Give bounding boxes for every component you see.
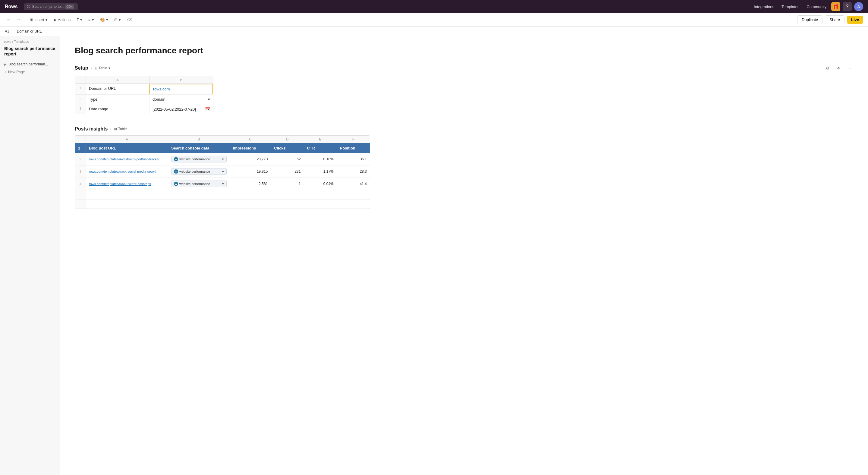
setup-type-label: Table <box>98 66 107 70</box>
sc-chevron: ▾ <box>222 170 224 173</box>
avatar[interactable]: A <box>854 2 863 11</box>
posts-section-dot: • <box>110 127 112 131</box>
post-url[interactable]: rows.com/templates/investment-portfolio-… <box>86 153 168 165</box>
palette-button[interactable]: 🎨 ▾ <box>98 16 111 23</box>
impressions: 2,581 <box>230 178 271 190</box>
setup-value-domain[interactable]: rows.com <box>150 84 213 94</box>
empty-cell <box>304 199 337 209</box>
posts-header-impressions: Impressions <box>230 143 271 153</box>
grid-button[interactable]: ⊞ ▾ <box>112 16 123 23</box>
setup-table: A B 1 Domain or URL rows.com 2 Type doma… <box>75 76 213 114</box>
row-num: 5 <box>75 190 86 199</box>
table-row: 3 Date range [2022-05-02;2022-07-20] 📅 <box>75 104 213 114</box>
filter-icon[interactable]: ⚙ <box>824 64 832 72</box>
new-page-button[interactable]: + New Page <box>0 68 60 76</box>
impressions: 28,773 <box>230 153 271 165</box>
gift-icon-button[interactable]: 🎁 <box>831 2 840 11</box>
palette-icon: 🎨 <box>100 18 105 22</box>
row-num: 2 <box>75 95 86 104</box>
wp-badge[interactable]: W website performance ▾ <box>171 168 227 175</box>
toolbar-right: Duplicate Share Live <box>797 15 863 24</box>
live-button[interactable]: Live <box>847 16 863 24</box>
impressions: 19,815 <box>230 165 271 178</box>
setup-value-daterange[interactable]: [2022-05-02;2022-07-20] 📅 <box>150 104 213 114</box>
share-button[interactable]: Share <box>825 15 844 24</box>
posts-col-d[interactable]: D <box>271 136 304 143</box>
sidebar-item-blog-search[interactable]: ▶ Blog search performan... <box>0 60 60 68</box>
posts-table: A B C D E F 1 Blog post URL Search conso… <box>75 135 370 209</box>
sc-data[interactable]: W website performance ▾ <box>168 165 230 178</box>
text-chevron: ▾ <box>80 18 82 22</box>
table-row: 2 rows.com/templates/investment-portfoli… <box>75 153 370 165</box>
text-icon: T <box>76 18 79 22</box>
grid-icon: ⊞ <box>114 18 118 22</box>
nav-templates[interactable]: Templates <box>781 4 799 9</box>
row-num: 1 <box>75 84 86 94</box>
posts-col-f[interactable]: F <box>337 136 370 143</box>
search-bar[interactable]: ⌘ Search or jump to... ⌘K <box>24 3 78 10</box>
setup-section: Setup • ⊞ Table ▾ ⚙ 👁 ⋯ A B <box>75 64 854 114</box>
sidebar-item-label: Blog search performan... <box>8 62 56 66</box>
clicks: 1 <box>271 178 304 190</box>
empty-cell <box>86 190 168 199</box>
wp-badge[interactable]: W website performance ▾ <box>171 181 227 187</box>
sidebar: rows / Templates Blog search performance… <box>0 36 60 475</box>
undo-button[interactable]: ↩ <box>5 16 13 23</box>
setup-section-actions: ⚙ 👁 ⋯ <box>824 64 854 72</box>
wordpress-icon: W <box>174 169 178 173</box>
posts-col-c[interactable]: C <box>230 136 271 143</box>
posts-col-b[interactable]: B <box>168 136 230 143</box>
post-url[interactable]: rows.com/templates/track-social-media-gr… <box>86 165 168 178</box>
setup-label-type: Type <box>86 95 150 104</box>
setup-col-headers: A B <box>75 76 213 84</box>
actions-label: Actions <box>58 18 71 22</box>
clicks: 52 <box>271 153 304 165</box>
setup-section-name: Setup <box>75 65 88 71</box>
content-area: Blog search performance report Setup • ⊞… <box>60 36 868 475</box>
dropdown-chevron-icon: ▾ <box>208 97 210 102</box>
posts-section-name: Posts insights <box>75 126 107 132</box>
date-value: [2022-05-02;2022-07-20] <box>153 107 196 112</box>
posts-header-ctr: CTR <box>304 143 337 153</box>
toolbar: ↩ ↪ ⊞ Insert ▾ ▶ Actions T ▾ ≡ ▾ 🎨 ▾ ⊞ ▾… <box>0 13 868 27</box>
posts-table-badge[interactable]: ⊞ Table <box>114 127 127 131</box>
align-button[interactable]: ≡ ▾ <box>86 16 96 23</box>
setup-label-domain: Domain or URL <box>86 84 150 94</box>
sc-data[interactable]: W website performance ▾ <box>168 153 230 165</box>
posts-header-clicks: Clicks <box>271 143 304 153</box>
clear-button[interactable]: ⌫ <box>124 16 135 23</box>
setup-section-header: Setup • ⊞ Table ▾ ⚙ 👁 ⋯ <box>75 64 854 72</box>
setup-col-b[interactable]: B <box>150 76 213 84</box>
text-format-button[interactable]: T ▾ <box>74 16 85 23</box>
search-shortcut: ⌘K <box>65 4 74 9</box>
empty-cell <box>337 199 370 209</box>
eye-icon[interactable]: 👁 <box>834 64 843 72</box>
setup-table-badge[interactable]: ⊞ Table ▾ <box>94 66 110 70</box>
setup-value-type[interactable]: domain ▾ <box>150 95 213 104</box>
position: 28.3 <box>337 165 370 178</box>
posts-header-num: 1 <box>75 143 86 153</box>
help-icon-button[interactable]: ? <box>843 2 852 11</box>
actions-button[interactable]: ▶ Actions <box>51 16 73 23</box>
more-icon[interactable]: ⋯ <box>845 64 854 72</box>
posts-section-header: Posts insights • ⊞ Table <box>75 126 854 132</box>
align-icon: ≡ <box>88 18 91 22</box>
posts-col-a[interactable]: A <box>86 136 168 143</box>
wp-badge[interactable]: W website performance ▾ <box>171 156 227 162</box>
redo-button[interactable]: ↪ <box>14 16 22 23</box>
empty-cell <box>230 190 271 199</box>
sidebar-title: Blog search performance report <box>0 46 60 60</box>
posts-col-e[interactable]: E <box>304 136 337 143</box>
setup-col-a[interactable]: A <box>86 76 150 84</box>
insert-button[interactable]: ⊞ Insert ▾ <box>27 16 50 23</box>
nav-community[interactable]: Community <box>807 4 827 9</box>
post-url[interactable]: rows.com/templates/track-twitter-hashtag… <box>86 178 168 190</box>
nav-integrations[interactable]: Integrations <box>754 4 774 9</box>
insert-chevron: ▾ <box>45 18 48 22</box>
sc-data[interactable]: W website performance ▾ <box>168 178 230 190</box>
duplicate-button[interactable]: Duplicate <box>797 15 823 24</box>
wordpress-icon: W <box>174 157 178 161</box>
posts-col-letter-headers: A B C D E F <box>75 136 370 143</box>
brand-logo[interactable]: Rows <box>5 4 18 9</box>
sc-label: website performance <box>179 170 210 173</box>
